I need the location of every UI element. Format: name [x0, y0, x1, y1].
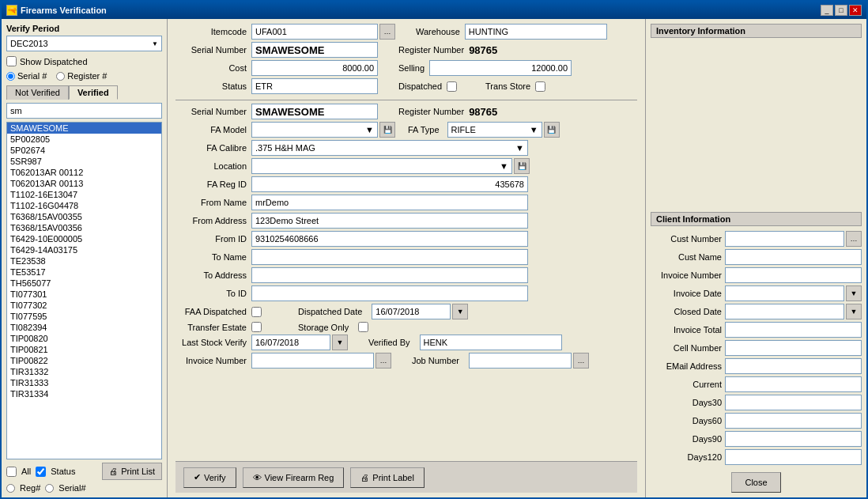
- from-id-input[interactable]: [251, 231, 528, 247]
- list-item[interactable]: TIP00822: [7, 355, 161, 366]
- list-item[interactable]: T062013AR 00112: [7, 167, 161, 178]
- close-window-button[interactable]: ✕: [849, 5, 862, 16]
- serial-list[interactable]: SMAWESOME5P0028055P026745SR987T062013AR …: [6, 122, 162, 459]
- dispatched-checkbox[interactable]: [447, 81, 457, 92]
- list-item[interactable]: SMAWESOME: [7, 123, 161, 134]
- fa-model-dropdown[interactable]: ▼: [251, 122, 378, 138]
- fa-model-save-button[interactable]: 💾: [379, 122, 395, 138]
- to-name-input[interactable]: [251, 249, 528, 265]
- list-item[interactable]: TIR31334: [7, 388, 161, 399]
- email-address-input[interactable]: [725, 358, 862, 374]
- invoice-total-input[interactable]: [725, 322, 862, 338]
- view-firearm-reg-button[interactable]: 👁 View Firearm Reg: [243, 467, 345, 488]
- days60-input[interactable]: [725, 413, 862, 429]
- verify-button[interactable]: ✔ Verify: [183, 467, 236, 488]
- closed-date-input[interactable]: [725, 304, 844, 319]
- regnum-radio[interactable]: [6, 484, 15, 493]
- list-item[interactable]: 5P002805: [7, 134, 161, 145]
- show-dispatched-checkbox[interactable]: [6, 56, 17, 66]
- cost-input[interactable]: [251, 60, 378, 76]
- current-input[interactable]: [725, 376, 862, 392]
- fa-reg-id-input[interactable]: [251, 176, 528, 192]
- list-item[interactable]: TH565077: [7, 278, 161, 289]
- days90-input[interactable]: [725, 431, 862, 447]
- list-item[interactable]: T1102-16E13047: [7, 189, 161, 200]
- days60-label: Days60: [651, 416, 722, 425]
- invoice-date-input[interactable]: [725, 285, 844, 301]
- selling-input[interactable]: [429, 60, 572, 76]
- serial-number2-input[interactable]: [251, 104, 378, 119]
- register-radio[interactable]: [56, 72, 65, 81]
- cell-number-input[interactable]: [725, 340, 862, 356]
- list-item[interactable]: TIR31333: [7, 377, 161, 388]
- tab-verified[interactable]: Verified: [69, 85, 118, 100]
- all-checkbox[interactable]: [6, 467, 17, 477]
- print-label-button[interactable]: 🖨 Print Label: [350, 467, 425, 488]
- status-checkbox[interactable]: [36, 467, 46, 477]
- list-item[interactable]: T6429-10E000005: [7, 233, 161, 244]
- transfer-estate-checkbox[interactable]: [251, 322, 262, 332]
- fa-type-save-button[interactable]: 💾: [544, 122, 560, 138]
- search-input[interactable]: sm: [6, 103, 162, 119]
- fa-calibre-dropdown[interactable]: .375 H&H MAG▼: [251, 140, 528, 156]
- list-item[interactable]: TI077595: [7, 311, 161, 322]
- status-input[interactable]: [251, 78, 378, 94]
- faa-dispatched-checkbox[interactable]: [251, 307, 262, 317]
- list-item[interactable]: TI077302: [7, 300, 161, 311]
- minimize-button[interactable]: _: [821, 5, 833, 16]
- last-stock-verify-dropdown-button[interactable]: ▼: [332, 335, 348, 350]
- list-item[interactable]: T062013AR 00113: [7, 178, 161, 189]
- itemcode-input[interactable]: [251, 24, 378, 40]
- job-number-browse-button[interactable]: …: [573, 353, 589, 369]
- serial-number-input[interactable]: [251, 42, 378, 58]
- tab-not-verified[interactable]: Not Verified: [6, 85, 69, 100]
- list-item[interactable]: T6368/15AV00356: [7, 222, 161, 233]
- period-dropdown[interactable]: DEC2013 ▼: [6, 36, 162, 51]
- list-item[interactable]: T6368/15AV00355: [7, 211, 161, 222]
- days30-input[interactable]: [725, 395, 862, 410]
- list-item[interactable]: TE53517: [7, 267, 161, 278]
- closed-date-dropdown-button[interactable]: ▼: [846, 304, 862, 319]
- warehouse-input[interactable]: [465, 24, 607, 40]
- serialnum-radio[interactable]: [45, 484, 54, 493]
- list-item[interactable]: TE23538: [7, 255, 161, 267]
- list-item[interactable]: TIP00821: [7, 344, 161, 355]
- invoice-number-input[interactable]: [251, 353, 374, 369]
- storage-only-checkbox[interactable]: [358, 322, 368, 332]
- list-item[interactable]: TIR31332: [7, 366, 161, 377]
- list-item[interactable]: TI082394: [7, 322, 161, 333]
- last-stock-verify-label: Last Stock Verify: [175, 338, 247, 347]
- print-list-button[interactable]: 🖨 Print List: [102, 463, 162, 480]
- list-item[interactable]: 5P02674: [7, 145, 161, 156]
- cust-number-input[interactable]: [725, 231, 844, 247]
- job-number-input[interactable]: [469, 353, 572, 369]
- cust-name-input[interactable]: [725, 249, 862, 265]
- from-name-input[interactable]: [251, 195, 528, 210]
- itemcode-browse-button[interactable]: …: [379, 24, 395, 40]
- close-button[interactable]: Close: [731, 472, 780, 493]
- list-item[interactable]: T1102-16G04478: [7, 200, 161, 211]
- trans-store-checkbox[interactable]: [535, 81, 545, 92]
- client-invoice-number-input[interactable]: [725, 267, 862, 283]
- invoice-date-dropdown-button[interactable]: ▼: [846, 285, 862, 301]
- fa-type-dropdown[interactable]: RIFLE▼: [447, 122, 542, 138]
- list-item[interactable]: TIP00820: [7, 333, 161, 344]
- maximize-button[interactable]: □: [835, 5, 847, 16]
- cust-number-browse-button[interactable]: …: [846, 231, 862, 247]
- from-address-input[interactable]: [251, 213, 528, 229]
- days120-input[interactable]: [725, 449, 862, 465]
- last-stock-verify-input[interactable]: [251, 335, 330, 350]
- verified-by-input[interactable]: [420, 335, 562, 350]
- bottom-checkboxes: All Status 🖨 Print List: [6, 463, 162, 480]
- location-dropdown[interactable]: ▼: [251, 158, 512, 174]
- list-item[interactable]: 5SR987: [7, 156, 161, 167]
- to-address-input[interactable]: [251, 267, 528, 283]
- dispatched-date-input[interactable]: [372, 304, 451, 319]
- serial-radio[interactable]: [6, 72, 15, 81]
- list-item[interactable]: T6429-14A03175: [7, 244, 161, 255]
- to-id-input[interactable]: [251, 285, 528, 301]
- dispatched-date-dropdown-button[interactable]: ▼: [452, 304, 468, 319]
- list-item[interactable]: TI077301: [7, 289, 161, 300]
- invoice-browse-button[interactable]: …: [376, 353, 391, 369]
- location-save-button[interactable]: 💾: [514, 158, 530, 174]
